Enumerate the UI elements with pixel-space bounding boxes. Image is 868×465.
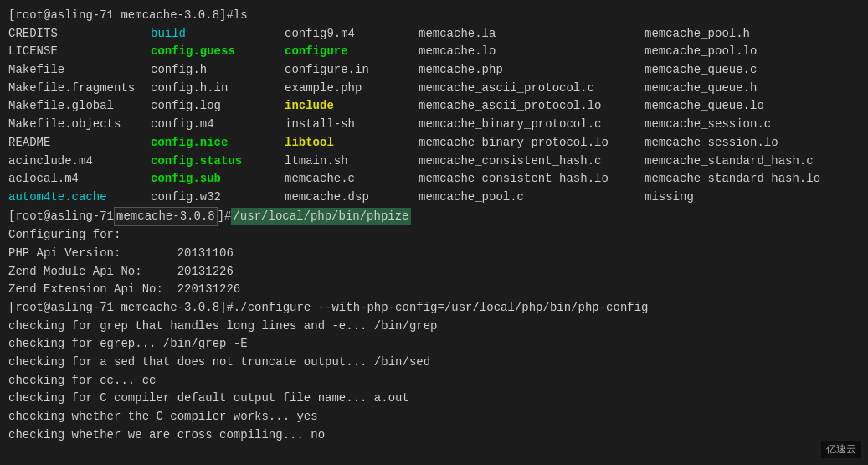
ls-row-10: autom4te.cache config.w32 memcache.dsp m…: [8, 189, 860, 207]
phpize-command: /usr/local/php/bin/phpize: [231, 208, 410, 226]
conf-line-6: checking whether the C compiler works...…: [8, 408, 860, 426]
prompt-line-2: [root@asling-71 memcache-3.0.8]# /usr/lo…: [8, 207, 860, 227]
terminal-window: [root@asling-71 memcache-3.0.8]# ls CRED…: [0, 0, 868, 465]
ls-cell: memcache_pool.lo: [645, 43, 860, 61]
phpize-line-4: Zend Extension Api No: 220131226: [8, 281, 860, 299]
ls-cell: memcache_session.c: [645, 116, 860, 134]
ls-cell: acinclude.m4: [8, 152, 151, 171]
phpize-line-1: Configuring for:: [8, 226, 860, 245]
ls-cell: memcache_ascii_protocol.c: [419, 80, 645, 98]
ls-cell: ltmain.sh: [285, 152, 419, 171]
ls-cell: CREDITS: [8, 25, 151, 44]
ls-cell: config.status: [151, 152, 285, 171]
prompt-line-3: [root@asling-71 memcache-3.0.8]# ./confi…: [8, 299, 860, 318]
prompt-user-2b: ]#: [218, 208, 232, 226]
conf-line-5: checking for C compiler default output f…: [8, 390, 860, 408]
ls-cell: build: [151, 25, 285, 44]
configure-output: checking for grep that handles long line…: [8, 318, 860, 445]
phpize-line-3: Zend Module Api No: 20131226: [8, 263, 860, 282]
ls-cell: LICENSE: [8, 43, 151, 61]
ls-cell: missing: [645, 189, 860, 207]
phpize-output: Configuring for: PHP Api Version: 201311…: [8, 226, 860, 299]
ls-cell: memcache.php: [419, 61, 645, 80]
command-configure: ./configure --with-php-config=/usr/local…: [234, 299, 649, 318]
prompt-user-3: [root@asling-71 memcache-3.0.8]#: [8, 299, 234, 318]
ls-cell: configure: [285, 43, 419, 61]
ls-cell: memcache.c: [285, 170, 419, 189]
ls-cell: Makefile.global: [8, 97, 151, 116]
prompt-dir-box: memcache-3.0.8: [114, 207, 218, 227]
prompt-user-2: [root@asling-71: [8, 208, 114, 226]
ls-cell: config.h.in: [151, 80, 285, 98]
conf-line-7: checking whether we are cross compiling.…: [8, 426, 860, 445]
conf-line-3: checking for a sed that does not truncat…: [8, 354, 860, 372]
ls-cell: config.h: [151, 61, 285, 80]
ls-cell: memcache_binary_protocol.c: [419, 116, 645, 134]
ls-cell: config.nice: [151, 134, 285, 152]
ls-cell: config.guess: [151, 43, 285, 61]
ls-cell: install-sh: [285, 116, 419, 134]
prompt-line-1: [root@asling-71 memcache-3.0.8]# ls: [8, 7, 860, 25]
ls-cell: memcache.la: [419, 25, 645, 44]
ls-cell: config.m4: [151, 116, 285, 134]
ls-cell: include: [285, 97, 419, 116]
ls-cell: configure.in: [285, 61, 419, 80]
command-ls: ls: [234, 7, 248, 25]
prompt-user-1: [root@asling-71 memcache-3.0.8]#: [8, 7, 234, 25]
watermark: 亿速云: [821, 441, 861, 458]
ls-cell: config.w32: [151, 189, 285, 207]
ls-cell: memcache_queue.h: [645, 80, 860, 98]
ls-cell: memcache_session.lo: [645, 134, 860, 152]
ls-cell: memcache_standard_hash.lo: [645, 170, 860, 189]
conf-line-4: checking for cc... cc: [8, 372, 860, 390]
ls-cell: aclocal.m4: [8, 170, 151, 189]
ls-row-6: Makefile.objects config.m4 install-sh me…: [8, 116, 860, 134]
ls-cell: memcache_pool.h: [645, 25, 860, 44]
phpize-line-2: PHP Api Version: 20131106: [8, 245, 860, 263]
ls-row-5: Makefile.global config.log include memca…: [8, 97, 860, 116]
ls-cell: config.sub: [151, 170, 285, 189]
ls-cell: config.log: [151, 97, 285, 116]
conf-line-2: checking for egrep... /bin/grep -E: [8, 335, 860, 354]
ls-cell: memcache.lo: [419, 43, 645, 61]
ls-row-3: Makefile config.h configure.in memcache.…: [8, 61, 860, 80]
ls-row-7: README config.nice libtool memcache_bina…: [8, 134, 860, 152]
ls-cell: Makefile: [8, 61, 151, 80]
conf-line-1: checking for grep that handles long line…: [8, 318, 860, 336]
ls-row-8: acinclude.m4 config.status ltmain.sh mem…: [8, 152, 860, 171]
ls-row-4: Makefile.fragments config.h.in example.p…: [8, 80, 860, 98]
ls-output: CREDITS build config9.m4 memcache.la mem…: [8, 25, 860, 207]
ls-cell: config9.m4: [285, 25, 419, 44]
ls-cell: memcache_queue.lo: [645, 97, 860, 116]
ls-cell: README: [8, 134, 151, 152]
ls-cell: memcache_consistent_hash.lo: [419, 170, 645, 189]
ls-cell: memcache_pool.c: [419, 189, 645, 207]
ls-cell: libtool: [285, 134, 419, 152]
ls-cell: memcache_ascii_protocol.lo: [419, 97, 645, 116]
ls-row-9: aclocal.m4 config.sub memcache.c memcach…: [8, 170, 860, 189]
ls-cell: autom4te.cache: [8, 189, 151, 207]
ls-cell: memcache_consistent_hash.c: [419, 152, 645, 171]
ls-row-2: LICENSE config.guess configure memcache.…: [8, 43, 860, 61]
ls-cell: Makefile.fragments: [8, 80, 151, 98]
ls-cell: memcache.dsp: [285, 189, 419, 207]
ls-cell: memcache_binary_protocol.lo: [419, 134, 645, 152]
ls-cell: memcache_queue.c: [645, 61, 860, 80]
ls-cell: memcache_standard_hash.c: [645, 152, 860, 171]
ls-cell: example.php: [285, 80, 419, 98]
ls-row-1: CREDITS build config9.m4 memcache.la mem…: [8, 25, 860, 44]
ls-cell: Makefile.objects: [8, 116, 151, 134]
